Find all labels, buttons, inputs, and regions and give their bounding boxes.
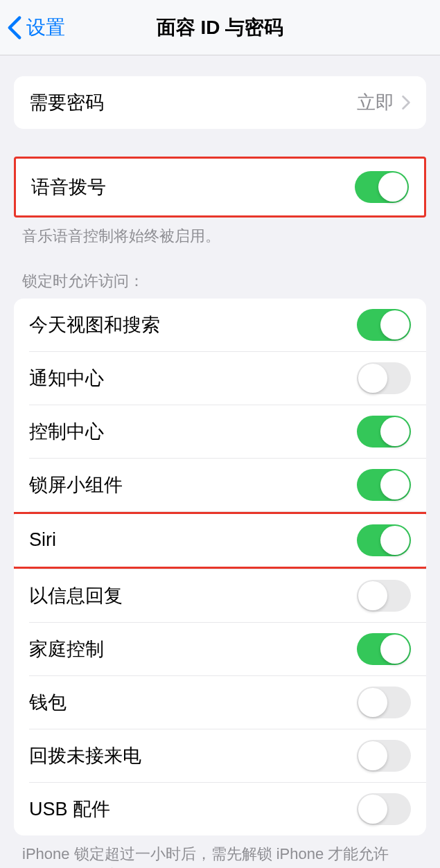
siri-highlight: Siri (14, 512, 426, 569)
home-control-row: 家庭控制 (14, 623, 426, 675)
nav-back-label: 设置 (26, 15, 65, 41)
today-view-toggle[interactable] (357, 309, 411, 341)
usb-accessories-toggle[interactable] (357, 793, 411, 825)
wallet-toggle[interactable] (357, 687, 411, 718)
control-center-label: 控制中心 (29, 419, 104, 444)
toggle-knob (378, 172, 407, 202)
usb-accessories-row: USB 配件 (14, 783, 426, 835)
wallet-label: 钱包 (29, 690, 67, 715)
require-passcode-value: 立即 (357, 90, 411, 115)
home-control-toggle[interactable] (357, 633, 411, 665)
voice-dial-toggle[interactable] (355, 171, 409, 203)
content: 需要密码 立即 语音拨号 音乐语音控制将始终被启用。 锁定时允许访问： 今天视图… (0, 76, 440, 868)
chevron-right-icon (401, 95, 411, 110)
notification-center-label: 通知中心 (29, 366, 104, 391)
today-view-row: 今天视图和搜索 (14, 299, 426, 351)
voice-dial-label: 语音拨号 (31, 175, 106, 200)
lock-access-section: 今天视图和搜索 通知中心 控制中心 锁屏小组件 Siri 以信息回复 (14, 299, 426, 835)
lock-access-header: 锁定时允许访问： (0, 247, 440, 299)
home-control-label: 家庭控制 (29, 637, 104, 662)
require-passcode-label: 需要密码 (29, 90, 104, 115)
passcode-section: 需要密码 立即 (14, 76, 426, 129)
usb-accessories-label: USB 配件 (29, 797, 110, 822)
require-passcode-row[interactable]: 需要密码 立即 (14, 76, 426, 129)
return-missed-calls-row: 回拨未接来电 (14, 729, 426, 782)
today-view-label: 今天视图和搜索 (29, 312, 160, 337)
nav-bar: 设置 面容 ID 与密码 (0, 0, 440, 55)
notification-center-toggle[interactable] (357, 362, 411, 394)
siri-toggle[interactable] (357, 524, 411, 556)
control-center-row: 控制中心 (14, 405, 426, 458)
siri-row: Siri (14, 514, 426, 567)
reply-with-message-row: 以信息回复 (14, 569, 426, 622)
voice-dial-row: 语音拨号 (16, 159, 424, 215)
control-center-toggle[interactable] (357, 416, 411, 448)
return-missed-calls-label: 回拨未接来电 (29, 743, 141, 768)
voice-dial-footer: 音乐语音控制将始终被启用。 (0, 218, 440, 247)
nav-title: 面容 ID 与密码 (157, 15, 284, 41)
return-missed-calls-toggle[interactable] (357, 740, 411, 772)
notification-center-row: 通知中心 (14, 352, 426, 405)
voice-dial-section: 语音拨号 (14, 157, 426, 218)
nav-back-button[interactable]: 设置 (0, 15, 65, 41)
lock-screen-widgets-label: 锁屏小组件 (29, 472, 123, 497)
wallet-row: 钱包 (14, 676, 426, 729)
reply-with-message-toggle[interactable] (357, 580, 411, 612)
usb-footer: iPhone 锁定超过一小时后，需先解锁 iPhone 才能允许 USB 配件连… (0, 835, 440, 868)
lock-screen-widgets-row: 锁屏小组件 (14, 459, 426, 511)
lock-screen-widgets-toggle[interactable] (357, 469, 411, 501)
siri-label: Siri (29, 529, 56, 551)
chevron-left-icon (7, 15, 22, 40)
reply-with-message-label: 以信息回复 (29, 583, 123, 608)
